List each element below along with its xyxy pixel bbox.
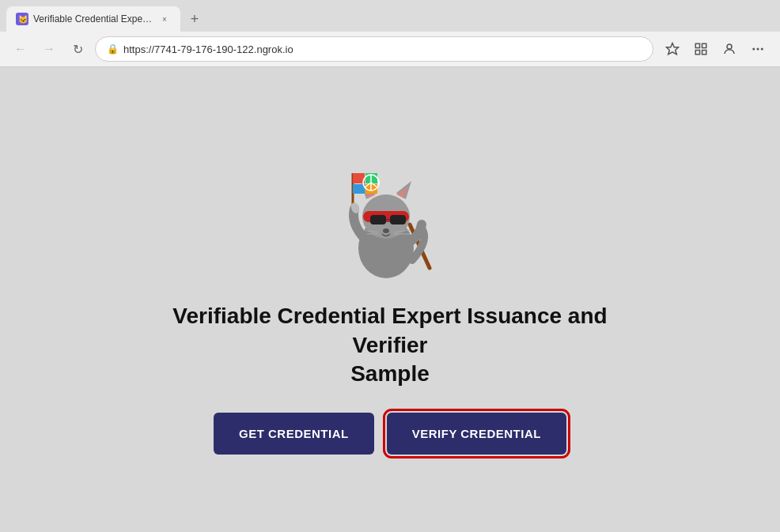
svg-marker-2	[667, 43, 679, 55]
profile-button[interactable]	[717, 36, 742, 62]
forward-button[interactable]: →	[38, 38, 60, 60]
tab-bar: 🐱 Verifiable Credential Expert Cl... × +	[0, 0, 780, 32]
svg-point-10	[761, 48, 763, 51]
svg-point-7	[727, 44, 732, 49]
page-content: Verifiable Credential Expert Issuance an…	[0, 67, 780, 532]
tab-close-button[interactable]: ×	[158, 13, 171, 25]
browser-chrome: 🐱 Verifiable Credential Expert Cl... × +…	[0, 0, 780, 67]
svg-rect-4	[702, 43, 706, 47]
svg-rect-19	[370, 215, 386, 224]
svg-rect-5	[695, 51, 699, 55]
address-bar: ← → ↻ 🔒 https://7741-79-176-190-122.ngro…	[0, 32, 780, 66]
lock-icon: 🔒	[107, 43, 119, 55]
tab-label: Verifiable Credential Expert Cl...	[33, 13, 153, 25]
svg-point-8	[752, 48, 755, 51]
svg-rect-20	[390, 215, 406, 224]
svg-rect-6	[702, 51, 706, 55]
menu-button[interactable]	[745, 36, 771, 62]
get-credential-button[interactable]: GET CREDENTIAL	[214, 413, 374, 455]
page-title: Verifiable Credential Expert Issuance an…	[145, 302, 635, 388]
toolbar-actions	[660, 36, 771, 62]
back-button[interactable]: ←	[9, 38, 32, 60]
active-tab[interactable]: 🐱 Verifiable Credential Expert Cl... ×	[6, 6, 180, 32]
svg-rect-30	[353, 184, 365, 194]
svg-text:🐱: 🐱	[18, 14, 28, 25]
verify-credential-button[interactable]: VERIFY CREDENTIAL	[387, 413, 566, 455]
mascot-image	[327, 145, 453, 280]
svg-rect-3	[695, 43, 699, 47]
reload-button[interactable]: ↻	[66, 38, 89, 60]
collections-button[interactable]	[688, 36, 714, 62]
button-row: GET CREDENTIAL VERIFY CREDENTIAL	[214, 413, 566, 455]
svg-point-22	[383, 228, 389, 233]
url-bar[interactable]: 🔒 https://7741-79-176-190-122.ngrok.io	[95, 36, 653, 62]
url-text: https://7741-79-176-190-122.ngrok.io	[123, 43, 293, 55]
tab-favicon: 🐱	[16, 13, 28, 25]
mascot-container	[327, 145, 453, 283]
svg-point-9	[757, 48, 759, 51]
new-tab-button[interactable]: +	[184, 8, 206, 30]
favorites-button[interactable]	[660, 36, 685, 62]
